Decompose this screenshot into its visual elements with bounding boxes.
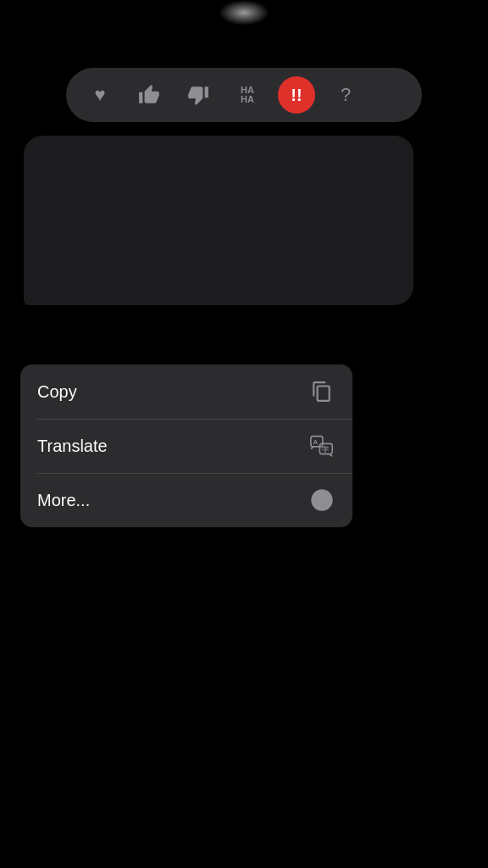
copy-menu-item[interactable]: Copy <box>20 364 352 419</box>
reaction-question-button[interactable]: ? <box>327 76 364 114</box>
svg-point-9 <box>324 498 327 501</box>
translate-menu-item[interactable]: Translate A 字 <box>20 419 352 473</box>
translate-label: Translate <box>37 437 108 456</box>
svg-line-5 <box>330 454 333 457</box>
more-icon <box>308 487 336 514</box>
top-glow <box>219 0 269 25</box>
more-label: More... <box>37 491 90 510</box>
svg-line-2 <box>311 447 314 449</box>
svg-point-7 <box>317 498 319 501</box>
reaction-heart-button[interactable]: ♥ <box>81 76 119 114</box>
copy-icon <box>308 378 336 405</box>
svg-text:A: A <box>313 438 319 446</box>
svg-point-8 <box>320 498 323 501</box>
reaction-haha-button[interactable]: HAHA <box>229 76 266 114</box>
reaction-emphasis-button[interactable]: !! <box>278 76 315 114</box>
message-bubble <box>24 136 413 305</box>
copy-label: Copy <box>37 382 77 402</box>
reaction-thumbsdown-button[interactable] <box>180 76 217 114</box>
more-menu-item[interactable]: More... <box>20 473 352 527</box>
reaction-thumbsup-button[interactable] <box>130 76 168 114</box>
context-menu: Copy Translate A 字 More... <box>20 364 352 527</box>
translate-icon: A 字 <box>308 432 336 459</box>
reaction-bar: ♥ HAHA !! ? <box>66 68 422 122</box>
svg-text:字: 字 <box>322 445 329 453</box>
